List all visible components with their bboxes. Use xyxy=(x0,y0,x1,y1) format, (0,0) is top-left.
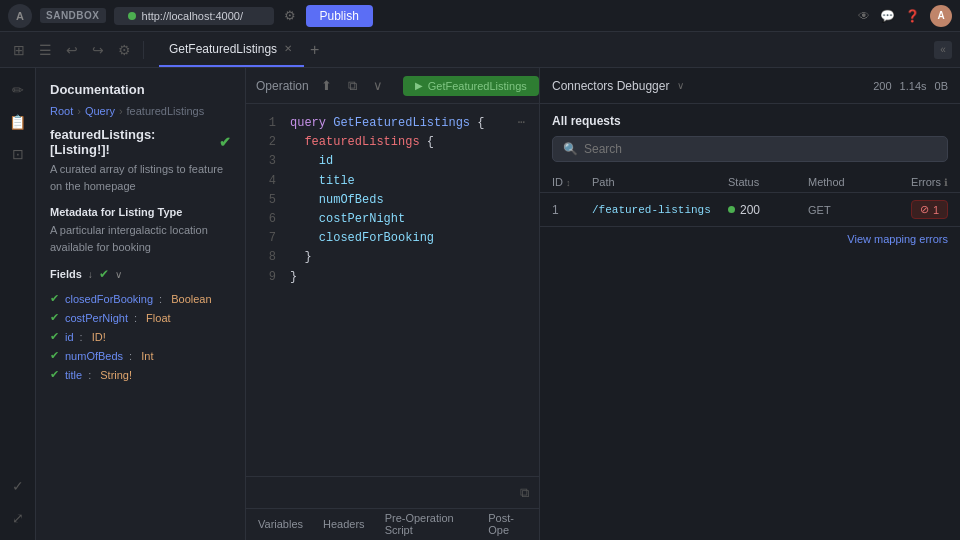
search-input[interactable] xyxy=(584,142,937,156)
url-bar[interactable]: http://localhost:4000/ xyxy=(114,7,274,25)
field-item: ✔ id: ID! xyxy=(50,327,231,346)
col-header-path: Path xyxy=(592,176,728,188)
sidebar-icons: ✏ 📋 ⊡ ✓ ⤢ xyxy=(0,68,36,540)
stat-code: 200 xyxy=(873,80,891,92)
settings-icon[interactable]: ⚙ xyxy=(282,6,298,25)
main-layout: ✏ 📋 ⊡ ✓ ⤢ Documentation Root › Query › f… xyxy=(0,68,960,540)
copy-code-icon[interactable]: ⧉ xyxy=(520,485,529,501)
breadcrumb-query[interactable]: Query xyxy=(85,105,115,117)
errors-info-icon[interactable]: ℹ xyxy=(944,177,948,188)
sandbox-badge: SANDBOX xyxy=(40,8,106,23)
row-method: GET xyxy=(808,204,868,216)
view-mapping-errors-link[interactable]: View mapping errors xyxy=(540,227,960,251)
breadcrumb-sep2: › xyxy=(119,105,123,117)
doc-panel: Documentation Root › Query › featuredLis… xyxy=(36,68,246,540)
toolbar2: ⊞ ☰ ↩ ↪ ⚙ GetFeaturedListings ✕ + « xyxy=(0,32,960,68)
eye-icon[interactable]: 👁 xyxy=(858,9,870,23)
collapse-button[interactable]: « xyxy=(934,41,952,59)
field-check-icon: ✔ xyxy=(50,311,59,324)
fields-expand-icon[interactable]: ∨ xyxy=(115,269,122,280)
row-errors: ⊘ 1 xyxy=(868,200,948,219)
fields-header: Fields ↓ ✔ ∨ xyxy=(50,267,231,281)
tab-post-operation[interactable]: Post-Ope xyxy=(484,509,531,540)
fields-sort-icon[interactable]: ↓ xyxy=(88,269,93,280)
run-btn-label: GetFeaturedListings xyxy=(428,80,527,92)
error-badge[interactable]: ⊘ 1 xyxy=(911,200,948,219)
field-item: ✔ numOfBeds: Int xyxy=(50,346,231,365)
field-check-icon: ✔ xyxy=(50,330,59,343)
code-footer: ⧉ xyxy=(246,476,539,508)
topbar: A SANDBOX http://localhost:4000/ ⚙ Publi… xyxy=(0,0,960,32)
tab-variables[interactable]: Variables xyxy=(254,509,307,540)
row-path: /featured-listings xyxy=(592,204,728,216)
search-bar[interactable]: 🔍 xyxy=(552,136,948,162)
sidebar-icon-docs[interactable]: 📋 xyxy=(4,108,32,136)
bookmark-icon[interactable]: ☰ xyxy=(34,38,57,62)
more-icon[interactable]: ∨ xyxy=(369,76,387,95)
sidebar-icon-expand[interactable]: ⤢ xyxy=(4,504,32,532)
metadata-title: Metadata for Listing Type xyxy=(50,206,231,218)
code-line: 6 costPerNight xyxy=(246,210,539,229)
tab-pre-operation[interactable]: Pre-Operation Script xyxy=(381,509,473,540)
error-circle-icon: ⊘ xyxy=(920,203,929,216)
fields-list: ✔ closedForBooking: Boolean ✔ costPerNig… xyxy=(50,289,231,384)
col-header-method: Method xyxy=(808,176,868,188)
all-requests-title: All requests xyxy=(540,104,960,136)
sidebar-icon-layers[interactable]: ⊡ xyxy=(4,140,32,168)
settings2-icon[interactable]: ⚙ xyxy=(113,38,136,62)
code-tabs: Variables Headers Pre-Operation Script P… xyxy=(246,508,539,540)
debugger-header: Connectors Debugger ∨ 200 1.14s 0B xyxy=(540,68,960,104)
code-body[interactable]: 1 query GetFeaturedListings { ⋯ 2 featur… xyxy=(246,104,539,476)
breadcrumb-root[interactable]: Root xyxy=(50,105,73,117)
type-check-icon: ✔ xyxy=(219,134,231,150)
tab-headers[interactable]: Headers xyxy=(319,509,369,540)
error-count: 1 xyxy=(933,204,939,216)
code-line: 1 query GetFeaturedListings { ⋯ xyxy=(246,114,539,133)
debugger-chevron-icon[interactable]: ∨ xyxy=(677,80,684,91)
code-line: 5 numOfBeds xyxy=(246,191,539,210)
status-dot xyxy=(728,206,735,213)
connection-status-dot xyxy=(128,12,136,20)
code-line: 2 featuredListings { xyxy=(246,133,539,152)
stat-time: 1.14s xyxy=(900,80,927,92)
play-icon: ▶ xyxy=(415,80,423,91)
tab-get-featured-listings[interactable]: GetFeaturedListings ✕ xyxy=(159,32,304,67)
code-line: 7 closedForBooking xyxy=(246,229,539,248)
field-item: ✔ title: String! xyxy=(50,365,231,384)
undo-icon[interactable]: ↩ xyxy=(61,38,83,62)
sort-icon[interactable]: ↕ xyxy=(566,178,571,188)
app-logo[interactable]: A xyxy=(8,4,32,28)
col-header-status: Status xyxy=(728,176,808,188)
operation-label: Operation xyxy=(256,79,309,93)
tab-add-button[interactable]: + xyxy=(306,41,323,59)
operation-header: Operation ⬆ ⧉ ∨ ▶ GetFeaturedListings xyxy=(246,68,539,104)
publish-button[interactable]: Publish xyxy=(306,5,373,27)
code-line: 3 id xyxy=(246,152,539,171)
run-button[interactable]: ▶ GetFeaturedListings xyxy=(403,76,539,96)
field-item: ✔ closedForBooking: Boolean xyxy=(50,289,231,308)
field-check-icon: ✔ xyxy=(50,368,59,381)
toolbar-divider xyxy=(143,41,144,59)
debugger-label: Connectors Debugger xyxy=(552,79,669,93)
url-text: http://localhost:4000/ xyxy=(142,10,244,22)
tab-label: GetFeaturedListings xyxy=(169,42,277,56)
metadata-description: A particular intergalactic location avai… xyxy=(50,222,231,255)
sidebar-icon-check[interactable]: ✓ xyxy=(4,472,32,500)
grid-icon[interactable]: ⊞ xyxy=(8,38,30,62)
tab-close-icon[interactable]: ✕ xyxy=(282,42,294,55)
table-header: ID ↕ Path Status Method Errors ℹ xyxy=(540,172,960,193)
share-icon[interactable]: ⬆ xyxy=(317,76,336,95)
code-line: 8 } xyxy=(246,248,539,267)
help-icon[interactable]: ❓ xyxy=(905,9,920,23)
redo-icon[interactable]: ↪ xyxy=(87,38,109,62)
code-panel: Operation ⬆ ⧉ ∨ ▶ GetFeaturedListings 1 … xyxy=(246,68,540,540)
line-menu-icon[interactable]: ⋯ xyxy=(518,114,529,133)
chat-icon[interactable]: 💬 xyxy=(880,9,895,23)
col-header-errors: Errors ℹ xyxy=(868,176,948,188)
code-line: 9 } xyxy=(246,268,539,287)
avatar[interactable]: A xyxy=(930,5,952,27)
copy-icon[interactable]: ⧉ xyxy=(344,76,361,96)
field-item: ✔ costPerNight: Float xyxy=(50,308,231,327)
doc-type-title: featuredListings: [Listing!]! ✔ xyxy=(50,127,231,157)
sidebar-icon-edit[interactable]: ✏ xyxy=(4,76,32,104)
